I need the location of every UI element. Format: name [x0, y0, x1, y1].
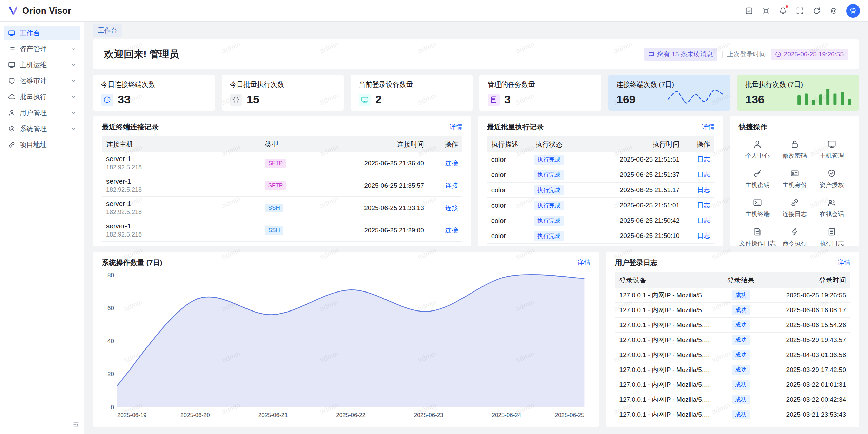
- theme-sun-icon[interactable]: [759, 4, 773, 18]
- svg-text:20: 20: [107, 371, 114, 377]
- sidebar-item[interactable]: 主机运维: [4, 58, 80, 72]
- notification-bell-icon[interactable]: [776, 4, 790, 18]
- quick-action[interactable]: 命令执行: [776, 227, 813, 246]
- login-time: 2025-03-22 00:42:34: [765, 396, 846, 403]
- login-device: 127.0.0.1 - 内网IP - Mozilla/5.0 (Windows …: [619, 321, 717, 329]
- table-row: 127.0.0.1 - 内网IP - Mozilla/5.0 (Windows …: [615, 333, 850, 347]
- message-bubble-icon: [648, 51, 654, 57]
- stat-card: 管理的任务数量 3: [479, 75, 601, 111]
- terminal-detail-link[interactable]: 详情: [450, 122, 462, 131]
- quick-action-label: 修改密码: [783, 152, 807, 160]
- table-row: color 执行完成 2025-06-25 21:51:01 日志: [487, 198, 715, 213]
- svg-text:60: 60: [107, 305, 114, 312]
- quick-action-icon: [790, 227, 799, 236]
- sidebar-item-label: 项目地址: [20, 140, 47, 149]
- quick-action[interactable]: 修改密码: [776, 140, 813, 160]
- sidebar-item[interactable]: 工作台: [4, 26, 80, 40]
- login-time: 2025-04-03 01:36:58: [765, 351, 846, 359]
- table-header: 执行描述 执行状态 执行时间 操作: [487, 136, 715, 152]
- unread-messages-badge[interactable]: 您有 15 条未读消息: [644, 48, 717, 61]
- login-result-badge: 成功: [732, 410, 750, 419]
- quick-action[interactable]: 在线会话: [813, 198, 850, 218]
- log-link[interactable]: 日志: [697, 186, 710, 193]
- chevron-down-icon: [71, 78, 76, 83]
- table-row: 127.0.0.1 - 内网IP - Mozilla/5.0 (Windows …: [615, 362, 850, 377]
- log-link[interactable]: 日志: [697, 202, 710, 209]
- log-link[interactable]: 日志: [697, 232, 710, 239]
- quick-action[interactable]: 主机身份: [776, 169, 813, 189]
- sidebar: 工作台 资产管理 主机运维 运维审计 批: [0, 22, 84, 434]
- breadcrumb-item[interactable]: 工作台: [93, 24, 122, 37]
- connect-link[interactable]: 连接: [445, 159, 458, 167]
- sidebar-collapse-button[interactable]: [73, 421, 79, 429]
- login-device: 127.0.0.1 - 内网IP - Mozilla/5.0 (Windows …: [619, 291, 717, 300]
- exec-status-badge: 执行完成: [534, 155, 564, 165]
- notification-dot: [785, 5, 789, 8]
- sidebar-item-icon: [8, 30, 15, 37]
- stat-value: 15: [246, 93, 259, 106]
- batch-detail-link[interactable]: 详情: [702, 122, 714, 131]
- quick-action-label: 资产授权: [820, 181, 844, 189]
- settings-gear-icon[interactable]: [827, 4, 841, 18]
- login-detail-link[interactable]: 详情: [837, 258, 850, 267]
- quick-action-label: 命令执行: [783, 239, 807, 246]
- connect-link[interactable]: 连接: [445, 182, 458, 189]
- sidebar-item[interactable]: 运维审计: [4, 74, 80, 88]
- stat-value: 3: [504, 93, 511, 106]
- sidebar-item[interactable]: 资产管理: [4, 42, 80, 56]
- clock-icon: [775, 51, 781, 57]
- sidebar-item[interactable]: 系统管理: [4, 121, 80, 136]
- quick-action[interactable]: 文件操作日志: [739, 227, 776, 246]
- quick-action-icon: [753, 169, 762, 178]
- log-link[interactable]: 日志: [697, 156, 710, 163]
- table-row: 127.0.0.1 - 内网IP - Mozilla/5.0 (Windows …: [615, 303, 850, 318]
- login-log-panel: 用户登录日志 详情 登录设备 登录结果 登录时间 127.0.0.1 - 内网I…: [606, 252, 859, 427]
- stat-card: 今日批量执行次数 15: [222, 75, 344, 111]
- quick-action[interactable]: 主机管理: [813, 140, 850, 160]
- quick-action[interactable]: 主机终端: [739, 198, 776, 218]
- sidebar-item[interactable]: 批量执行: [4, 90, 80, 104]
- user-avatar[interactable]: 管: [846, 4, 860, 18]
- welcome-banner: 欢迎回来! 管理员 您有 15 条未读消息 上次登录时间 2025-06-25 …: [93, 39, 859, 69]
- chart-detail-link[interactable]: 详情: [577, 258, 590, 267]
- log-link[interactable]: 日志: [697, 171, 710, 178]
- connect-link[interactable]: 连接: [445, 204, 458, 211]
- fullscreen-icon[interactable]: [793, 4, 807, 18]
- exec-time: 2025-06-25 21:50:10: [578, 232, 679, 240]
- terminal-table: 连接主机 类型 连接时间 操作 server-1 182.92.5.218 SF…: [102, 136, 462, 242]
- host-ip: 182.92.5.218: [106, 186, 265, 193]
- chevron-down-icon: [71, 94, 76, 99]
- quick-action[interactable]: 连接日志: [776, 198, 813, 218]
- quick-action[interactable]: 主机密钥: [739, 169, 776, 189]
- sidebar-item[interactable]: 项目地址: [4, 137, 80, 152]
- exec-time: 2025-06-25 21:51:17: [578, 186, 679, 194]
- connection-type-badge: SFTP: [265, 181, 286, 190]
- quick-action[interactable]: 个人中心: [739, 140, 776, 160]
- refresh-icon[interactable]: [810, 4, 824, 18]
- quick-action-label: 主机管理: [820, 152, 844, 160]
- sidebar-item-label: 系统管理: [20, 124, 47, 133]
- chevron-down-icon: [71, 46, 76, 52]
- stat-label: 当前登录设备数量: [359, 80, 465, 89]
- sidebar-item[interactable]: 用户管理: [4, 106, 80, 120]
- stat-icon: [101, 94, 113, 106]
- connect-link[interactable]: 连接: [445, 227, 458, 234]
- collapse-icon: [73, 421, 79, 428]
- panel-title: 最近终端连接记录: [102, 122, 159, 132]
- quick-action-icon: [827, 169, 836, 178]
- stat-sparkline: [795, 87, 853, 106]
- svg-text:2025-06-23: 2025-06-23: [414, 412, 443, 418]
- log-link[interactable]: 日志: [697, 217, 710, 224]
- stat-icon: [359, 94, 371, 106]
- exec-status-badge: 执行完成: [534, 185, 564, 195]
- quick-action[interactable]: 执行日志: [813, 227, 850, 246]
- login-time: 2025-05-29 19:43:57: [765, 336, 846, 344]
- quick-actions-panel: 快捷操作 个人中心 修改密码 主机管理: [730, 116, 859, 246]
- message-check-icon[interactable]: [742, 4, 756, 18]
- quick-action-label: 在线会话: [820, 210, 844, 218]
- quick-action-icon: [790, 169, 799, 178]
- stat-card: 连接终端次数 (7日) 169: [608, 75, 730, 111]
- connection-time: 2025-06-25 21:36:40: [316, 159, 424, 167]
- sidebar-item-icon: [8, 141, 15, 148]
- quick-action[interactable]: 资产授权: [813, 169, 850, 189]
